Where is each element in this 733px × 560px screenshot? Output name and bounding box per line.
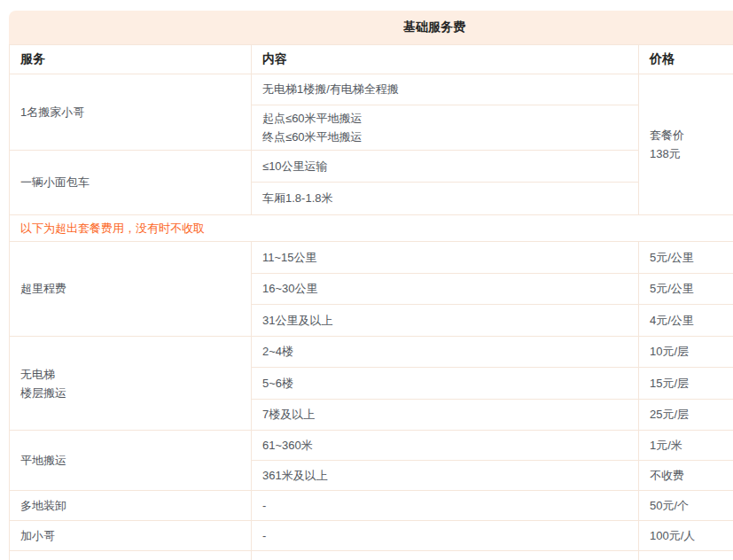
table-row: 平地搬运 61~360米 1元/米 <box>10 431 733 461</box>
table-row: 1名搬家小哥 无电梯1楼搬/有电梯全程搬 套餐价 138元 <box>10 74 733 105</box>
price-cell: 50元/个 <box>639 491 733 521</box>
content-cell: 361米及以上 <box>252 461 639 491</box>
service-cell-helper: 加小哥 <box>10 521 252 551</box>
content-cell: 2~4楼 <box>252 337 639 368</box>
content-line-end: 终点≤60米平地搬运 <box>262 128 628 146</box>
price-cell: 25元/层 <box>639 400 733 431</box>
notice-text: 以下为超出套餐费用，没有时不收取 <box>10 215 733 242</box>
price-cell: 1元/米 <box>639 431 733 461</box>
content-cell: - <box>252 491 639 521</box>
service-cell-mileage: 超里程费 <box>10 242 252 337</box>
col-header-price: 价格 <box>639 45 733 74</box>
col-header-service: 服务 <box>10 45 252 74</box>
table-row: 超里程费 11~15公里 5元/公里 <box>10 242 733 274</box>
table-row: 多地装卸 - 50元/个 <box>10 491 733 521</box>
content-cell: 7楼及以上 <box>252 400 639 431</box>
service-cell-floor: 无电梯 楼层搬运 <box>10 337 252 431</box>
service-cell-multi: 多地装卸 <box>10 491 252 521</box>
content-cell: 车厢1.8-1.8米 <box>252 183 639 215</box>
price-cell-package: 套餐价 138元 <box>639 74 733 215</box>
content-cell: 61~360米 <box>252 431 639 461</box>
table-row: 一辆小面包车 ≤10公里运输 <box>10 151 733 183</box>
content-cell: ≤10公里运输 <box>252 151 639 183</box>
price-cell: 5元/公里 <box>639 242 733 274</box>
service-cell-empty <box>10 551 252 560</box>
col-header-content: 内容 <box>252 45 639 74</box>
column-header-row: 服务 内容 价格 <box>10 45 733 74</box>
table-title-bar: 基础服务费 <box>9 11 733 44</box>
notice-row: 以下为超出套餐费用，没有时不收取 <box>10 215 733 242</box>
content-cell: 16~30公里 <box>252 274 639 305</box>
service-cell-flat: 平地搬运 <box>10 431 252 491</box>
price-cell: 10元/层 <box>639 337 733 368</box>
content-cell-empty <box>252 551 639 560</box>
table-row: 无电梯 楼层搬运 2~4楼 10元/层 <box>10 337 733 368</box>
service-line1: 无电梯 <box>20 365 240 384</box>
service-cell-van: 一辆小面包车 <box>10 151 252 215</box>
service-line2: 楼层搬运 <box>20 384 240 402</box>
table-row-partial <box>10 551 733 560</box>
content-cell: 11~15公里 <box>252 242 639 274</box>
table-row: 加小哥 - 100元/人 <box>10 521 733 551</box>
table-title: 基础服务费 <box>403 19 465 35</box>
price-cell: 不收费 <box>639 461 733 491</box>
price-cell: 4元/公里 <box>639 305 733 337</box>
price-cell-empty <box>639 551 733 560</box>
price-cell: 15元/层 <box>639 368 733 400</box>
content-cell: 起点≤60米平地搬运 终点≤60米平地搬运 <box>252 105 639 151</box>
price-cell: 100元/人 <box>639 521 733 551</box>
content-cell: 5~6楼 <box>252 368 639 400</box>
basic-fee-table: 基础服务费 服务 内容 价格 1名搬家小哥 无电梯1楼搬/有电梯全程搬 套餐价 … <box>9 11 733 560</box>
page: 基础服务费 服务 内容 价格 1名搬家小哥 无电梯1楼搬/有电梯全程搬 套餐价 … <box>0 0 733 560</box>
price-cell: 5元/公里 <box>639 274 733 305</box>
package-price-line1: 套餐价 <box>650 126 733 144</box>
package-price-line2: 138元 <box>650 144 733 163</box>
fee-table: 服务 内容 价格 1名搬家小哥 无电梯1楼搬/有电梯全程搬 套餐价 138元 起… <box>9 44 733 560</box>
content-cell: 无电梯1楼搬/有电梯全程搬 <box>252 74 639 105</box>
content-cell: 31公里及以上 <box>252 305 639 337</box>
content-line-start: 起点≤60米平地搬运 <box>262 109 628 128</box>
service-cell-mover: 1名搬家小哥 <box>10 74 252 151</box>
content-cell: - <box>252 521 639 551</box>
